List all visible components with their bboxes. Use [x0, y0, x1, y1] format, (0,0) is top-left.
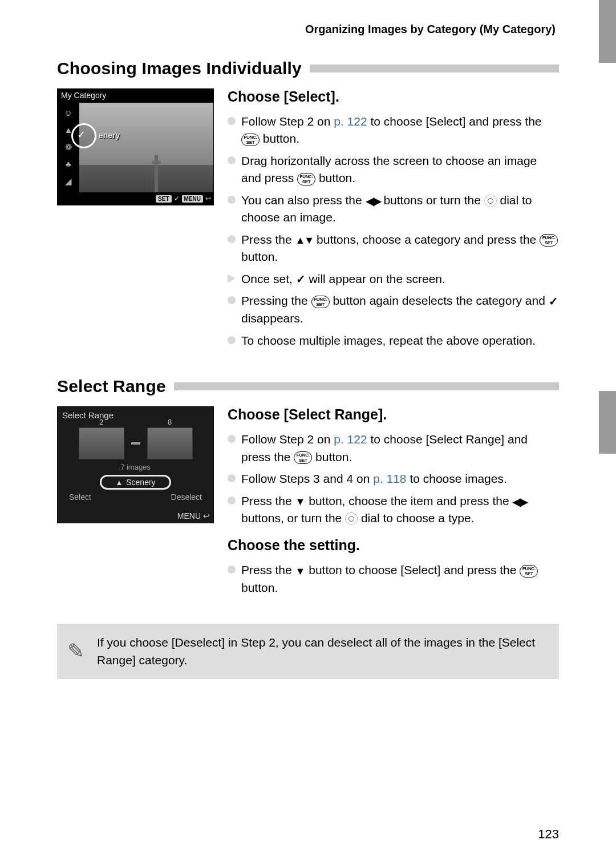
list-item: To choose multiple images, repeat the ab… [228, 332, 559, 349]
person-icon: ☺ [63, 107, 74, 119]
text: You can also press the [241, 193, 366, 207]
text: Once set, [241, 272, 296, 285]
text: button. [312, 450, 352, 463]
shot2-category-row: ▲ Scenery [66, 474, 205, 490]
shot2-right-num: 8 [168, 418, 172, 426]
shot1-topbar: My Category [58, 89, 213, 103]
text: buttons or turn the [380, 193, 484, 207]
section1-title-bar [310, 64, 559, 72]
list-item: Press the ▼ button, choose the item and … [228, 492, 559, 527]
section1-body: My Category ☺ ▲ ❁ ♣ ◢ ✓ enery SET ✓ MENU [57, 88, 559, 360]
section1-instructions: Choose [Select]. Follow Step 2 on p. 122… [228, 88, 559, 360]
checkmark-icon: ✓ [549, 293, 558, 310]
text: will appear on the screen. [306, 272, 445, 285]
func-set-button-icon [241, 134, 260, 146]
side-tab-top [599, 0, 616, 63]
shot1-return-icon: ↩ [205, 195, 211, 203]
list-item-result: Once set, ✓ will appear on the screen. [228, 271, 559, 288]
control-dial-icon [345, 512, 358, 525]
page-ref-link[interactable]: p. 122 [334, 433, 367, 446]
section2-body: Select Range 2 8 7 images ▲ Scenery Sele… [57, 406, 559, 607]
section1-title-row: Choosing Images Individually [57, 59, 559, 78]
shot1-category-icons: ☺ ▲ ❁ ♣ ◢ [58, 103, 79, 205]
list-item: Pressing the button again deselects the … [228, 292, 559, 327]
text: button to choose [Select] and press the [305, 563, 520, 576]
control-dial-icon [484, 195, 497, 207]
pencil-icon: ✎ [67, 636, 84, 666]
text: To choose multiple images, repeat the ab… [241, 334, 536, 347]
section2-instructions: 1 Choose [Select Range]. Follow Step 2 o… [228, 406, 559, 607]
func-set-button-icon [311, 296, 330, 308]
text: buttons, choose a category and press the [313, 233, 540, 246]
section2-title-row: Select Range [57, 377, 559, 396]
event-icon: ❁ [63, 142, 74, 153]
side-tab-mid [599, 391, 616, 454]
list-item: Follow Steps 3 and 4 on p. 118 to choose… [228, 470, 559, 487]
list-item: Follow Step 2 on p. 122 to choose [Selec… [228, 431, 559, 466]
text: Follow Steps 3 and 4 on [241, 472, 373, 485]
text: Press the [241, 494, 295, 507]
section2-title-bar [174, 382, 559, 390]
section1-bullet-list: Follow Step 2 on p. 122 to choose [Selec… [228, 113, 559, 349]
text: Follow Step 2 on [241, 433, 334, 446]
note-text: If you choose [Deselect] in Step 2, you … [97, 636, 535, 666]
text: button again deselects the category and [330, 294, 549, 307]
section2-title: Select Range [57, 377, 166, 396]
camera-screenshot-selectrange: Select Range 2 8 7 images ▲ Scenery Sele… [57, 406, 214, 523]
shot2-thumb-start: 2 [79, 427, 124, 459]
page-number: 123 [538, 827, 559, 842]
shot2-category-label: Scenery [126, 478, 155, 487]
shot2-thumbs: 2 8 [69, 426, 202, 461]
text: Press the [241, 563, 295, 576]
list-item: You can also press the ◀▶ buttons or tur… [228, 192, 559, 227]
page-ref-link[interactable]: p. 122 [334, 115, 367, 128]
text: Pressing the [241, 294, 311, 307]
text: buttons, or turn the [241, 511, 345, 524]
text: Follow Step 2 on [241, 115, 334, 128]
shot1-tower [155, 155, 158, 192]
text: button, choose the item and press the [305, 494, 512, 507]
shot1-check-icon: ✓ [77, 128, 86, 141]
camera-screenshot-mycategory: My Category ☺ ▲ ❁ ♣ ◢ ✓ enery SET ✓ MENU [57, 88, 214, 205]
section2-step1-title: 1 Choose [Select Range]. [228, 406, 559, 423]
note-box: ✎ If you choose [Deselect] in Step 2, yo… [57, 624, 559, 679]
shot2-thumb-end: 8 [147, 427, 193, 459]
step-number-icon: 2 [209, 532, 225, 561]
section2-step2-title: 2 Choose the setting. [228, 537, 559, 554]
func-set-button-icon [294, 451, 312, 464]
shot1-menu-chip: MENU [182, 195, 203, 203]
shot2-left-num: 2 [99, 418, 103, 426]
shot2-range-dash [131, 442, 140, 445]
shot1-skyline [79, 165, 213, 192]
shot1-set-chip: SET [156, 195, 171, 203]
section1-screenshot: My Category ☺ ▲ ❁ ♣ ◢ ✓ enery SET ✓ MENU [57, 88, 214, 205]
step1-title-text: Choose [Select Range]. [228, 406, 387, 422]
clubs-icon: ♣ [63, 159, 74, 170]
shot2-topbar: Select Range [62, 410, 114, 420]
page-ref-link[interactable]: p. 118 [373, 472, 406, 485]
text: button. [241, 581, 278, 594]
func-set-button-icon [520, 565, 538, 578]
shot2-select-row: Select Deselect [69, 492, 202, 502]
shot2-image-count: 7 images [58, 463, 213, 471]
section2-screenshot: Select Range 2 8 7 images ▲ Scenery Sele… [57, 406, 214, 523]
step2-title-text: Choose the setting. [228, 537, 360, 553]
checkmark-icon: ✓ [296, 271, 306, 288]
shot2-highlight-oval: ▲ Scenery [100, 475, 171, 490]
section2-step1-list: Follow Step 2 on p. 122 to choose [Selec… [228, 431, 559, 527]
text: button. [315, 171, 355, 184]
section1-step-title: Choose [Select]. [228, 88, 559, 105]
text: Drag horizontally across the screen to c… [241, 154, 537, 184]
text: disappears. [241, 312, 303, 325]
text: to choose [Select] and press the [367, 115, 542, 128]
shot2-bottombar: MENU ↩ [177, 511, 210, 520]
list-item: Press the ▲▼ buttons, choose a category … [228, 231, 559, 266]
mountain-icon: ▲ [115, 478, 123, 487]
shot2-select-label: Select [69, 492, 91, 502]
func-set-button-icon [297, 173, 315, 185]
manual-page: Organizing Images by Category (My Catego… [0, 0, 616, 868]
list-item: Follow Step 2 on p. 122 to choose [Selec… [228, 113, 559, 148]
section2-step2-list: Press the ▼ button to choose [Select] an… [228, 562, 559, 596]
down-arrow-icon: ▼ [295, 494, 306, 509]
shot2-menu-chip: MENU [177, 511, 201, 520]
